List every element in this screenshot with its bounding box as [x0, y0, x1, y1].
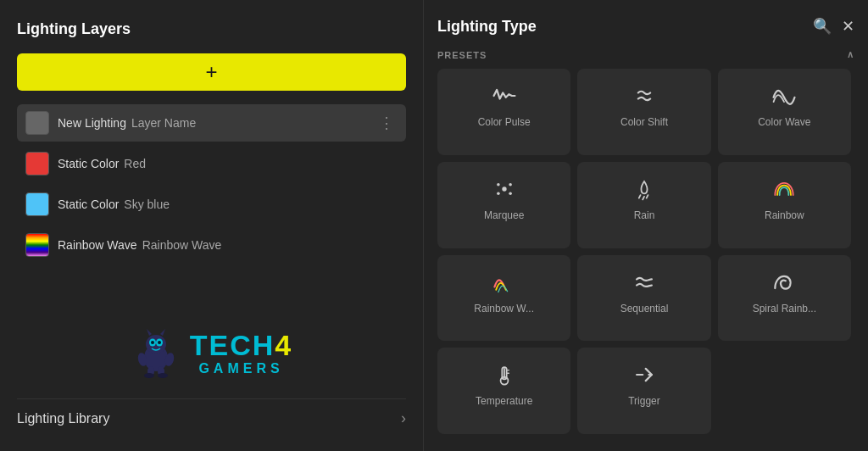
svg-point-13 — [158, 373, 168, 378]
svg-point-5 — [158, 341, 161, 344]
temperature-icon — [491, 361, 518, 388]
layer-item-rainbow-wave[interactable]: Rainbow Wave Rainbow Wave — [17, 226, 406, 264]
preset-color-wave[interactable]: Color Wave — [718, 69, 851, 155]
lighting-library-row[interactable]: Lighting Library › — [17, 398, 406, 431]
logo-gamers: GAMERS — [198, 361, 283, 376]
preset-label-color-shift: Color Shift — [620, 116, 668, 128]
presets-section-label: PRESETS ∧ — [437, 49, 854, 60]
svg-marker-6 — [147, 329, 152, 336]
collapse-icon[interactable]: ∧ — [847, 49, 854, 60]
svg-point-4 — [151, 341, 154, 344]
layer-menu-dots-0[interactable]: ⋮ — [376, 114, 398, 132]
preset-marquee[interactable]: Marquee — [437, 162, 570, 248]
svg-point-14 — [502, 187, 506, 191]
layer-item-static-sky[interactable]: Static Color Sky blue — [17, 186, 406, 223]
preset-label-marquee: Marquee — [484, 209, 524, 221]
svg-point-16 — [509, 183, 512, 187]
layer-custom-name-1: Red — [124, 157, 146, 170]
preset-sequential[interactable]: Sequential — [577, 255, 710, 342]
right-panel: Lighting Type 🔍 ✕ PRESETS ∧ Color Pulse — [424, 0, 868, 451]
preset-label-temperature: Temperature — [476, 395, 532, 407]
layer-effect-name-1: Static Color — [58, 157, 119, 170]
preset-rain[interactable]: Rain — [577, 162, 710, 248]
logo-text: TECH 4 GAMERS — [190, 330, 292, 376]
color-shift-icon — [631, 82, 658, 109]
layer-name-group-new-lighting: New Lighting Layer Name — [58, 116, 367, 130]
sequential-icon — [631, 269, 658, 296]
chevron-right-icon: › — [401, 409, 406, 427]
add-layer-button[interactable]: + — [17, 53, 406, 91]
svg-point-15 — [497, 183, 500, 187]
layer-custom-name-3: Rainbow Wave — [142, 238, 222, 252]
preset-label-spiral-rainbow: Spiral Rainb... — [753, 303, 816, 315]
search-icon[interactable]: 🔍 — [813, 17, 832, 36]
layer-item-static-red[interactable]: Static Color Red — [17, 145, 406, 182]
logo-number: 4 — [275, 330, 292, 361]
preset-label-color-pulse: Color Pulse — [478, 116, 531, 128]
layer-name-group-static-sky: Static Color Sky blue — [58, 198, 398, 211]
svg-point-17 — [497, 192, 500, 195]
preset-spiral-rainbow[interactable]: Spiral Rainb... — [718, 255, 851, 342]
preset-color-shift[interactable]: Color Shift — [577, 69, 710, 155]
svg-point-12 — [144, 373, 154, 378]
layer-custom-name-0: Layer Name — [131, 116, 196, 130]
marquee-icon — [491, 175, 518, 203]
layer-effect-name-0: New Lighting — [58, 116, 126, 130]
logo-tech: TECH — [190, 330, 275, 361]
layer-effect-name-3: Rainbow Wave — [58, 238, 137, 252]
preset-temperature[interactable]: Temperature — [437, 348, 570, 434]
svg-marker-7 — [160, 329, 165, 336]
layer-swatch-new-lighting — [25, 111, 49, 135]
lighting-library-label: Lighting Library — [17, 411, 109, 426]
layer-item-new-lighting[interactable]: New Lighting Layer Name ⋮ — [17, 104, 406, 142]
layer-swatch-static-red — [25, 152, 49, 175]
preset-label-rainbow-wave: Rainbow W... — [474, 303, 534, 315]
right-panel-title: Lighting Type — [437, 18, 537, 36]
presets-label-text: PRESETS — [437, 50, 487, 60]
preset-label-rain: Rain — [634, 209, 655, 221]
logo-mascot-icon — [131, 327, 181, 378]
layer-swatch-static-sky — [25, 192, 49, 216]
color-wave-icon — [771, 82, 798, 109]
rain-icon — [631, 175, 658, 203]
logo-area: TECH 4 GAMERS — [17, 314, 406, 392]
trigger-icon — [631, 361, 658, 388]
layer-name-group-rainbow: Rainbow Wave Rainbow Wave — [58, 238, 398, 252]
close-icon[interactable]: ✕ — [842, 17, 854, 36]
preset-label-color-wave: Color Wave — [758, 116, 810, 128]
preset-label-rainbow: Rainbow — [765, 209, 804, 221]
layer-swatch-rainbow — [25, 233, 49, 257]
preset-color-pulse[interactable]: Color Pulse — [437, 69, 570, 155]
preset-trigger[interactable]: Trigger — [577, 348, 710, 434]
spiral-rainbow-icon — [771, 269, 798, 296]
layer-name-group-static-red: Static Color Red — [58, 157, 398, 170]
layer-effect-name-2: Static Color — [58, 198, 119, 211]
right-header: Lighting Type 🔍 ✕ — [437, 17, 854, 36]
svg-point-18 — [509, 192, 512, 195]
preset-label-trigger: Trigger — [628, 395, 660, 407]
presets-grid: Color Pulse Color Shift Color Wave — [437, 69, 854, 434]
color-pulse-icon — [491, 82, 518, 109]
preset-label-sequential: Sequential — [620, 303, 669, 315]
preset-rainbow[interactable]: Rainbow — [718, 162, 851, 248]
left-panel: Lighting Layers + New Lighting Layer Nam… — [0, 0, 424, 451]
layer-list: New Lighting Layer Name ⋮ Static Color R… — [17, 104, 406, 314]
left-panel-title: Lighting Layers — [17, 20, 406, 38]
layer-custom-name-2: Sky blue — [124, 198, 170, 211]
preset-rainbow-wave[interactable]: Rainbow W... — [437, 255, 570, 342]
rainbow-wave-icon — [491, 269, 518, 296]
rainbow-icon — [771, 175, 798, 203]
header-icons: 🔍 ✕ — [813, 17, 854, 36]
